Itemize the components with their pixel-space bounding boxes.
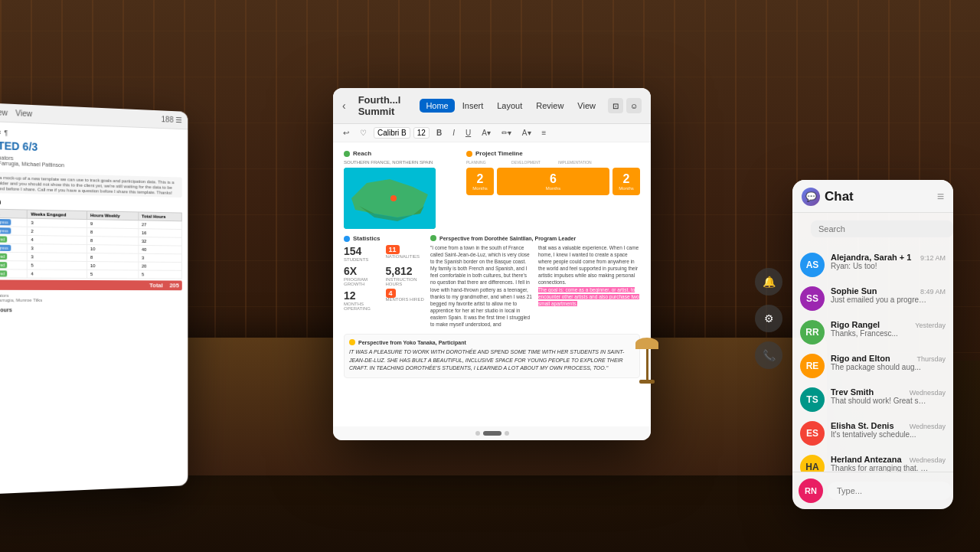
font-size[interactable]: 12 — [413, 127, 430, 139]
bold-btn[interactable]: B — [433, 127, 446, 139]
doc-titlebar: ‹ Fourth...l Summit Home Insert Layout R… — [333, 88, 651, 124]
chat-filter-icon[interactable]: ≡ — [937, 190, 944, 204]
msg-header-alejandra: Alejandra, Sarah + 1 9:12 AM — [831, 253, 946, 262]
settings-icon-btn[interactable]: ⚙ — [755, 305, 782, 332]
chat-message-rigo[interactable]: RR Rigo Rangel Yesterday Thanks, Frances… — [792, 315, 953, 349]
highlight-btn[interactable]: ✏▾ — [498, 127, 515, 139]
chat-message-rigoelton[interactable]: RE Rigo and Elton Thursday The package s… — [792, 349, 953, 383]
menu-review[interactable]: Review — [530, 99, 570, 113]
timeline-dot — [466, 151, 472, 157]
back-button[interactable]: ‹ — [342, 100, 346, 112]
timeline-phases: 2 Months 6 Months 2 Months — [466, 168, 640, 195]
phase2-num: 6 — [503, 172, 603, 186]
dot-2[interactable] — [483, 431, 501, 436]
msg-body-sophie: Sophie Sun 8:49 AM Just emailed you a pr… — [831, 286, 946, 304]
menu-view[interactable]: View — [571, 99, 602, 113]
stat-label-growth: PROGRAM GROWTH — [344, 277, 383, 286]
msg-name-rigoelton: Rigo and Elton — [831, 354, 890, 363]
left-document-panel: Review View 188 ☰ A▼ ≡ ¶ OATED 6/3 Coord… — [0, 103, 188, 495]
chat-message-alejandra[interactable]: AS Alejandra, Sarah + 1 9:12 AM Ryan: Us… — [792, 248, 953, 282]
dot-1[interactable] — [475, 431, 480, 436]
heart-btn[interactable]: ♡ — [356, 127, 371, 139]
msg-time-rigo: Yesterday — [915, 322, 946, 329]
chat-message-elisha[interactable]: ES Elisha St. Denis Wednesday It's tenta… — [792, 416, 953, 450]
phase2-unit: Months — [503, 186, 603, 191]
lamp-head — [635, 338, 658, 349]
chat-message-herland[interactable]: HA Herland Antezana Wednesday Thanks for… — [792, 450, 953, 472]
msg-time-elisha: Wednesday — [910, 423, 946, 430]
msg-preview-alejandra: Ryan: Us too! — [831, 262, 930, 270]
nat-badge: 11 — [386, 245, 400, 254]
align-btn[interactable]: ≡ — [538, 127, 550, 139]
chat-title: 💬 Chat — [802, 188, 854, 206]
menu-layout[interactable]: Layout — [491, 99, 528, 113]
participant-label: Perspective from Yoko Tanaka, Participan… — [358, 340, 466, 345]
chat-panel: 💬 Chat ≡ AS Alejandra, Sarah + 1 9:12 AM… — [792, 180, 953, 509]
msg-body-herland: Herland Antezana Wednesday Thanks for ar… — [831, 455, 946, 472]
chat-message-trev[interactable]: TS Trev Smith Wednesday That should work… — [792, 383, 953, 416]
doc-ctrl-2[interactable]: ☺ — [626, 98, 642, 113]
stat-label-students: STUDENTS — [344, 257, 383, 262]
italic-btn[interactable]: I — [449, 127, 459, 139]
cell-total: 20 — [139, 262, 182, 270]
msg-body-alejandra: Alejandra, Sarah + 1 9:12 AM Ryan: Us to… — [831, 253, 946, 270]
side-icons: 🔔 ⚙ 📞 — [755, 268, 782, 369]
participant-header: Perspective from Yoko Tanaka, Participan… — [349, 339, 635, 345]
bell-icon-btn[interactable]: 🔔 — [755, 268, 782, 296]
chat-search-input[interactable] — [811, 220, 953, 237]
status-badge: Delivered — [0, 253, 7, 260]
avatar-trev: TS — [800, 387, 825, 412]
phase1-num: 2 — [472, 172, 488, 186]
msg-preview-rigo: Thanks, Francesc... — [831, 329, 930, 338]
cell-weeks: 4 — [28, 235, 87, 244]
cell-hours: 10 — [87, 245, 138, 254]
status-badge: In Progress — [0, 227, 11, 234]
avatar-sophie: SS — [800, 286, 825, 311]
font-selector[interactable]: Calibri B — [374, 127, 410, 139]
doc-menu[interactable]: Home Insert Layout Review View — [420, 99, 602, 113]
desk-lamp — [635, 338, 658, 384]
chat-type-input[interactable] — [828, 482, 952, 500]
stats-header: Statistics — [344, 235, 424, 242]
chat-messages: AS Alejandra, Sarah + 1 9:12 AM Ryan: Us… — [792, 245, 953, 472]
dot-3[interactable] — [505, 431, 509, 436]
reach-map — [344, 168, 436, 229]
phone-icon-btn[interactable]: 📞 — [755, 341, 782, 369]
doc-ctrl-1[interactable]: ⊡ — [608, 98, 623, 113]
cell-weeks: 3 — [28, 253, 87, 262]
status-badge: Delivered — [0, 236, 7, 243]
msg-body-trev: Trev Smith Wednesday That should work! G… — [831, 387, 946, 405]
msg-preview-herland: Thanks for arranging that. It... — [831, 464, 930, 472]
msg-preview-trev: That should work! Great sugg... — [831, 397, 930, 405]
chat-message-sophie[interactable]: SS Sophie Sun 8:49 AM Just emailed you a… — [792, 282, 953, 315]
underline-btn[interactable]: U — [462, 127, 475, 139]
phase3-num: 2 — [619, 172, 634, 186]
lp-presentation: tation — [0, 198, 182, 210]
toolbar-right: 188 ☰ — [162, 115, 182, 124]
perspective-header: Perspective from Dorothée Salntllan, Pro… — [430, 235, 640, 241]
doc-toolbar: ↩ ♡ Calibri B 12 B I U A▾ ✏▾ A▾ ≡ — [333, 124, 651, 142]
cell-total: 32 — [139, 237, 182, 247]
msg-name-rigo: Rigo Rangel — [831, 320, 880, 329]
msg-preview-sophie: Just emailed you a progress... — [831, 296, 930, 304]
cell-total: 16 — [139, 229, 182, 238]
second-table-header: Total Hours — [0, 307, 182, 313]
msg-name-herland: Herland Antezana — [831, 455, 902, 464]
stat-num-growth: 6X — [344, 265, 383, 277]
msg-header-rigo: Rigo Rangel Yesterday — [831, 320, 946, 329]
table-row: Delivered 455 — [0, 269, 181, 279]
timeline-header: Project Timeline — [466, 150, 640, 157]
reach-label: Reach — [353, 150, 371, 157]
menu-home[interactable]: Home — [420, 99, 454, 113]
undo-btn[interactable]: ↩ — [339, 127, 353, 139]
stat-hours: 5,812 INSTRUCTION HOURS — [386, 265, 425, 286]
color-btn[interactable]: A▾ — [478, 127, 495, 139]
chat-icon: 💬 — [802, 188, 820, 206]
col-status: Status — [0, 209, 28, 218]
cell-hours: 8 — [87, 253, 138, 263]
status-badge: In Progress — [0, 219, 11, 226]
text-color-btn[interactable]: A▾ — [518, 127, 535, 139]
msg-header-trev: Trev Smith Wednesday — [831, 387, 946, 397]
menu-insert[interactable]: Insert — [456, 99, 490, 113]
msg-time-herland: Wednesday — [910, 456, 946, 464]
